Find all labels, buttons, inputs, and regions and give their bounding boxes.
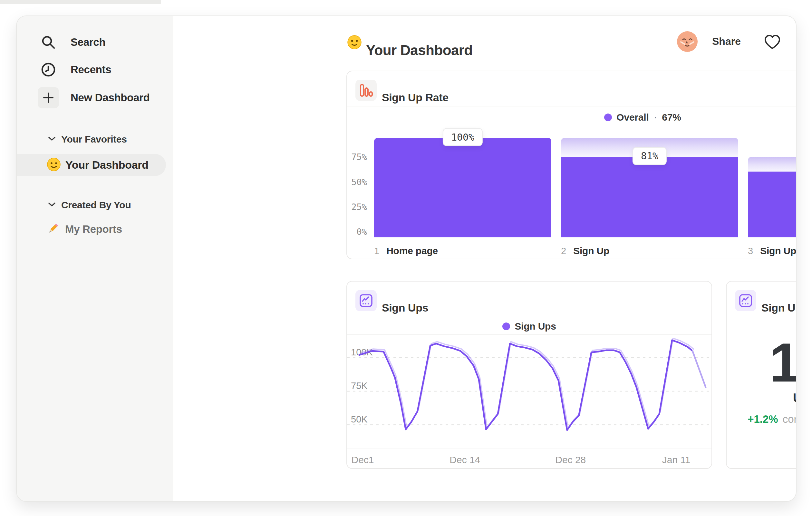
line-chart-icon (355, 290, 377, 311)
kpi-delta-row: +1.2% compared to previous period (727, 413, 796, 425)
smiley-emoji (47, 157, 61, 173)
search-icon (38, 32, 59, 53)
browser-edge-strip (0, 0, 161, 4)
section-label: Your Favorites (61, 134, 127, 145)
favorite-heart-icon[interactable] (763, 33, 781, 51)
chevron-down-icon (48, 136, 56, 143)
line-legend: Sign Ups (347, 319, 712, 334)
screen: Search Recents New Dashboard Your Favori… (0, 0, 812, 516)
step-index: 3 (748, 246, 753, 256)
funnel-step-label: 3Sign Up Confirmation (748, 245, 796, 256)
kpi-metric-label: Unique Users (727, 391, 796, 405)
signups-line[interactable] (359, 340, 692, 430)
step-index: 1 (374, 246, 379, 256)
card-title: Sign Ups Today (761, 302, 796, 314)
divider (347, 317, 712, 317)
step-index: 2 (561, 246, 566, 256)
plus-icon (38, 87, 59, 108)
x-tick-label: Dec 14 (450, 454, 480, 465)
sidebar-item-label: Recents (70, 63, 111, 76)
signup-rate-card: Sign Up Rate Overall · 67% 75%50%25%0%10… (346, 71, 796, 259)
kpi-delta-note: compared to previous period (783, 413, 796, 425)
sidebar-item-new-dashboard[interactable]: New Dashboard (38, 87, 150, 108)
kpi-value: 100K (727, 332, 796, 393)
sidebar-item-label: New Dashboard (70, 91, 150, 104)
sidebar-section-your-favorites[interactable]: Your Favorites (48, 132, 127, 146)
x-tick-label: Jan 11 (662, 454, 691, 465)
x-axis-line (347, 449, 712, 449)
line-chart-icon (735, 290, 756, 311)
clock-icon (38, 59, 59, 80)
kpi-delta: +1.2% (748, 413, 778, 425)
sidebar-item-label: Search (70, 36, 105, 48)
divider (347, 334, 712, 335)
funnel-step-label: 2Sign Up (561, 245, 609, 256)
x-tick-label: Dec1 (351, 454, 374, 465)
legend-dot-sign-ups (502, 323, 510, 330)
y-tick-label: 0% (347, 227, 367, 237)
funnel-bar[interactable] (374, 138, 551, 237)
step-name: Home page (386, 245, 438, 256)
chevron-down-icon (48, 201, 56, 209)
signups-line-incomplete[interactable] (692, 351, 706, 387)
sign-ups-line-chart[interactable] (347, 338, 712, 441)
sign-ups-today-card: Sign Ups Today 100K Unique Users +1.2% c… (726, 281, 796, 469)
sidebar: Search Recents New Dashboard Your Favori… (17, 16, 173, 501)
y-tick-label: 75% (347, 152, 367, 162)
sidebar-item-label: My Reports (65, 223, 122, 236)
user-avatar[interactable] (677, 31, 698, 52)
section-label: Created By You (61, 200, 131, 211)
share-button[interactable]: Share (712, 35, 741, 47)
step-name: Sign Up Confirmation (760, 245, 796, 256)
pencil-emoji (46, 222, 60, 237)
funnel-value-tooltip: 100% (443, 128, 483, 146)
sidebar-item-search[interactable]: Search (38, 32, 105, 53)
funnel-bar[interactable] (561, 157, 738, 237)
page-title: Your Dashboard (366, 42, 473, 58)
y-tick-label: 50% (347, 177, 367, 187)
sidebar-item-label: Your Dashboard (65, 159, 149, 171)
sidebar-item-recents[interactable]: Recents (38, 59, 111, 80)
funnel-value-tooltip: 81% (633, 147, 667, 165)
app-window: Search Recents New Dashboard Your Favori… (16, 16, 796, 502)
card-title: Sign Ups (382, 302, 428, 314)
funnel-bar[interactable] (748, 171, 796, 237)
funnel-step-label: 1Home page (374, 245, 438, 256)
sidebar-section-created-by-you[interactable]: Created By You (48, 198, 131, 212)
funnel-plot: 75%50%25%0%100%1Home page81%2Sign Up82%3… (347, 71, 796, 259)
funnel-bar-cap (748, 157, 796, 171)
y-tick-label: 25% (347, 202, 367, 212)
sign-ups-card: Sign Ups Sign Ups 100K75K50K Dec1Dec 14D… (346, 281, 712, 469)
legend-label: Sign Ups (515, 321, 556, 332)
x-tick-label: Dec 28 (555, 454, 586, 465)
main-area: Your Dashboard Share Add Report Sign Up … (173, 16, 796, 501)
dashboard-title-emoji (347, 35, 362, 51)
sidebar-item-my-reports[interactable]: My Reports (46, 219, 122, 240)
step-name: Sign Up (573, 245, 609, 256)
sidebar-item-your-dashboard[interactable]: Your Dashboard (17, 154, 166, 176)
